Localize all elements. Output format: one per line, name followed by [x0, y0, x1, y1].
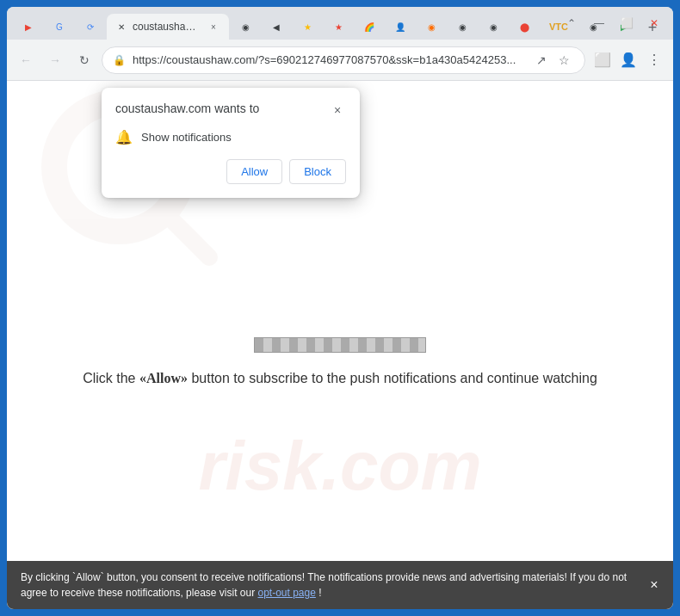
back-button[interactable]: ← — [14, 48, 38, 72]
browser-window: ▶ G ⟳ ✕ coustaushaw.com × ◉ ◀ ★ ★ 🌈 👤 — [7, 7, 673, 609]
tab-favicon-google: G — [53, 21, 65, 33]
page-content: risk.com Click the «Allow» button to sub… — [7, 81, 673, 609]
tab-star1[interactable]: ★ — [293, 14, 322, 40]
sidebar-icon[interactable]: ⬜ — [590, 48, 615, 72]
tab-favicon-user: 👤 — [394, 21, 406, 33]
tab-favicon-circle2: ◉ — [425, 21, 437, 33]
main-text-after: button to subscribe to the push notifica… — [188, 371, 597, 385]
window-restore[interactable]: — — [587, 11, 611, 35]
tab-active[interactable]: ✕ coustaushaw.com × — [107, 14, 229, 40]
popup-title: coustaushaw.com wants to — [115, 102, 259, 115]
tab-dot-red[interactable]: ⬤ — [510, 14, 539, 40]
forward-button[interactable]: → — [43, 48, 67, 72]
lock-icon: 🔒 — [113, 54, 126, 66]
tab-refresh[interactable]: ⟳ — [76, 14, 105, 40]
popup-notification-row: 🔔 Show notifications — [115, 129, 346, 145]
window-maximize[interactable]: ⬜ — [615, 11, 639, 35]
watermark-text: risk.com — [198, 427, 481, 506]
tab-back[interactable]: ◀ — [262, 14, 291, 40]
bookmark-icon[interactable]: ☆ — [553, 50, 574, 71]
bottom-bar-text: By clicking `Allow` button, you consent … — [21, 571, 627, 599]
tab-user[interactable]: 👤 — [386, 14, 415, 40]
tab-label-active: coustaushaw.com — [133, 21, 201, 33]
tab-favicon-star2: ★ — [332, 21, 344, 33]
window-close[interactable]: ✕ — [642, 11, 666, 35]
tab-circle1[interactable]: ◉ — [231, 14, 260, 40]
tab-favicon-dot-red: ⬤ — [518, 21, 530, 33]
profile-icon[interactable]: 👤 — [616, 48, 640, 72]
tab-favicon-back: ◀ — [270, 21, 282, 33]
address-bar: ← → ↻ 🔒 https://coustaushaw.com/?s=69021… — [7, 40, 673, 81]
bottom-bar-exclamation: ! — [318, 587, 321, 599]
window-controls: ⌃ — ⬜ ✕ — [559, 7, 673, 40]
popup-buttons: Allow Block — [115, 159, 346, 184]
tab-star2[interactable]: ★ — [324, 14, 353, 40]
tab-favicon-active: ✕ — [115, 21, 127, 33]
tab-bar: ▶ G ⟳ ✕ coustaushaw.com × ◉ ◀ ★ ★ 🌈 👤 — [7, 7, 673, 40]
tab-close-active[interactable]: × — [207, 20, 220, 34]
main-instruction-text: Click the «Allow» button to subscribe to… — [83, 371, 597, 386]
popup-close-button[interactable]: × — [329, 102, 346, 119]
opt-out-link[interactable]: opt-out page — [257, 587, 315, 599]
tab-circle4[interactable]: ◉ — [479, 14, 508, 40]
tab-circle2[interactable]: ◉ — [417, 14, 446, 40]
tab-favicon-rainbow: 🌈 — [363, 21, 375, 33]
block-button[interactable]: Block — [289, 159, 346, 184]
svg-line-1 — [166, 214, 209, 257]
notification-label: Show notifications — [141, 131, 232, 144]
popup-header: coustaushaw.com wants to × — [115, 102, 346, 119]
main-text-allow: «Allow» — [139, 371, 188, 385]
url-bar[interactable]: 🔒 https://coustaushaw.com/?s=69021274697… — [102, 46, 585, 74]
window-minimize[interactable]: ⌃ — [559, 11, 584, 35]
main-text-before: Click the — [83, 371, 139, 385]
loading-bar — [254, 337, 426, 353]
tab-favicon-star1: ★ — [301, 21, 313, 33]
tab-rainbow[interactable]: 🌈 — [355, 14, 384, 40]
tab-circle3[interactable]: ◉ — [448, 14, 477, 40]
tab-favicon-refresh: ⟳ — [84, 21, 96, 33]
tab-google[interactable]: G — [45, 14, 74, 40]
tab-favicon-circle1: ◉ — [239, 21, 251, 33]
reload-button[interactable]: ↻ — [72, 48, 96, 72]
url-text: https://coustaushaw.com/?s=6902127469770… — [133, 53, 524, 66]
tab-favicon-youtube: ▶ — [22, 21, 34, 33]
bottom-notification-bar: By clicking `Allow` button, you consent … — [7, 561, 673, 609]
tab-favicon-circle4: ◉ — [487, 21, 499, 33]
notification-popup: coustaushaw.com wants to × 🔔 Show notifi… — [102, 88, 360, 198]
tab-favicon-circle3: ◉ — [456, 21, 468, 33]
allow-button[interactable]: Allow — [226, 159, 282, 184]
bottom-bar-close-button[interactable]: × — [646, 576, 663, 594]
share-icon[interactable]: ↗ — [531, 50, 552, 71]
menu-icon[interactable]: ⋮ — [642, 48, 666, 72]
tab-youtube[interactable]: ▶ — [14, 14, 43, 40]
bell-icon: 🔔 — [115, 129, 133, 145]
